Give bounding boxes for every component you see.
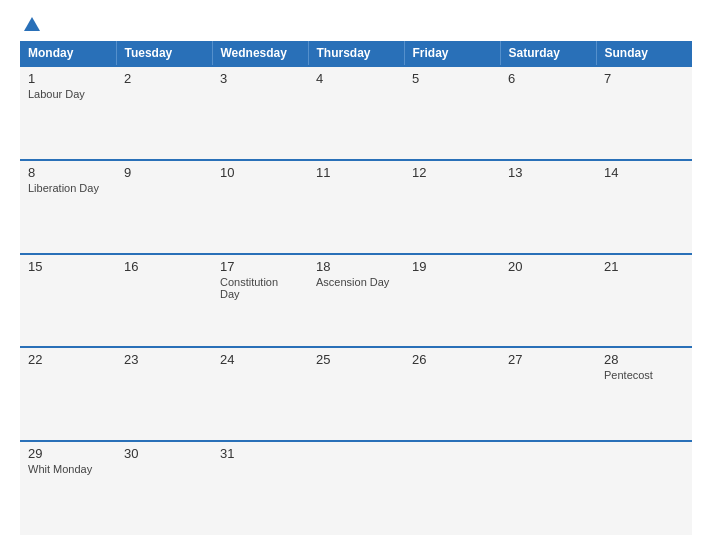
calendar-cell — [404, 441, 500, 535]
weekday-header-sunday: Sunday — [596, 41, 692, 66]
calendar-cell: 9 — [116, 160, 212, 254]
day-number: 28 — [604, 352, 684, 367]
day-number: 23 — [124, 352, 204, 367]
day-number: 19 — [412, 259, 492, 274]
day-number: 20 — [508, 259, 588, 274]
calendar-cell: 28Pentecost — [596, 347, 692, 441]
weekday-header-saturday: Saturday — [500, 41, 596, 66]
calendar-cell: 18Ascension Day — [308, 254, 404, 348]
holiday-name: Constitution Day — [220, 276, 300, 300]
calendar-cell: 26 — [404, 347, 500, 441]
calendar-header — [20, 15, 692, 33]
week-row-5: 29Whit Monday3031 — [20, 441, 692, 535]
calendar-cell — [500, 441, 596, 535]
week-row-1: 1Labour Day234567 — [20, 66, 692, 160]
day-number: 18 — [316, 259, 396, 274]
day-number: 14 — [604, 165, 684, 180]
calendar-cell: 2 — [116, 66, 212, 160]
calendar-cell: 29Whit Monday — [20, 441, 116, 535]
holiday-name: Liberation Day — [28, 182, 108, 194]
calendar-cell — [596, 441, 692, 535]
weekday-header-row: MondayTuesdayWednesdayThursdayFridaySatu… — [20, 41, 692, 66]
holiday-name: Whit Monday — [28, 463, 108, 475]
day-number: 22 — [28, 352, 108, 367]
calendar-cell: 21 — [596, 254, 692, 348]
day-number: 21 — [604, 259, 684, 274]
weekday-header-wednesday: Wednesday — [212, 41, 308, 66]
calendar-cell: 27 — [500, 347, 596, 441]
calendar-cell: 3 — [212, 66, 308, 160]
calendar-cell — [308, 441, 404, 535]
day-number: 5 — [412, 71, 492, 86]
calendar-cell: 19 — [404, 254, 500, 348]
weekday-header-thursday: Thursday — [308, 41, 404, 66]
calendar-cell: 1Labour Day — [20, 66, 116, 160]
day-number: 30 — [124, 446, 204, 461]
calendar-cell: 10 — [212, 160, 308, 254]
holiday-name: Ascension Day — [316, 276, 396, 288]
day-number: 9 — [124, 165, 204, 180]
calendar-cell: 25 — [308, 347, 404, 441]
day-number: 17 — [220, 259, 300, 274]
day-number: 2 — [124, 71, 204, 86]
calendar-cell: 12 — [404, 160, 500, 254]
calendar-cell: 23 — [116, 347, 212, 441]
logo-triangle-icon — [24, 17, 40, 31]
day-number: 3 — [220, 71, 300, 86]
day-number: 13 — [508, 165, 588, 180]
day-number: 24 — [220, 352, 300, 367]
day-number: 10 — [220, 165, 300, 180]
day-number: 12 — [412, 165, 492, 180]
weekday-header-tuesday: Tuesday — [116, 41, 212, 66]
calendar-cell: 13 — [500, 160, 596, 254]
day-number: 15 — [28, 259, 108, 274]
calendar-cell: 16 — [116, 254, 212, 348]
day-number: 16 — [124, 259, 204, 274]
day-number: 1 — [28, 71, 108, 86]
calendar-cell: 8Liberation Day — [20, 160, 116, 254]
day-number: 8 — [28, 165, 108, 180]
day-number: 7 — [604, 71, 684, 86]
calendar-cell: 4 — [308, 66, 404, 160]
day-number: 26 — [412, 352, 492, 367]
calendar-cell: 7 — [596, 66, 692, 160]
calendar-cell: 14 — [596, 160, 692, 254]
week-row-4: 22232425262728Pentecost — [20, 347, 692, 441]
calendar-table: MondayTuesdayWednesdayThursdayFridaySatu… — [20, 41, 692, 535]
holiday-name: Labour Day — [28, 88, 108, 100]
calendar-cell: 22 — [20, 347, 116, 441]
day-number: 25 — [316, 352, 396, 367]
calendar-cell: 11 — [308, 160, 404, 254]
weekday-header-monday: Monday — [20, 41, 116, 66]
day-number: 11 — [316, 165, 396, 180]
day-number: 29 — [28, 446, 108, 461]
holiday-name: Pentecost — [604, 369, 684, 381]
week-row-3: 151617Constitution Day18Ascension Day192… — [20, 254, 692, 348]
calendar-cell: 20 — [500, 254, 596, 348]
calendar-cell: 5 — [404, 66, 500, 160]
calendar-cell: 30 — [116, 441, 212, 535]
calendar-cell: 17Constitution Day — [212, 254, 308, 348]
calendar-cell: 24 — [212, 347, 308, 441]
day-number: 6 — [508, 71, 588, 86]
calendar-cell: 6 — [500, 66, 596, 160]
logo — [20, 15, 44, 33]
weekday-header-friday: Friday — [404, 41, 500, 66]
day-number: 27 — [508, 352, 588, 367]
week-row-2: 8Liberation Day91011121314 — [20, 160, 692, 254]
calendar-cell: 15 — [20, 254, 116, 348]
calendar-cell: 31 — [212, 441, 308, 535]
day-number: 31 — [220, 446, 300, 461]
day-number: 4 — [316, 71, 396, 86]
